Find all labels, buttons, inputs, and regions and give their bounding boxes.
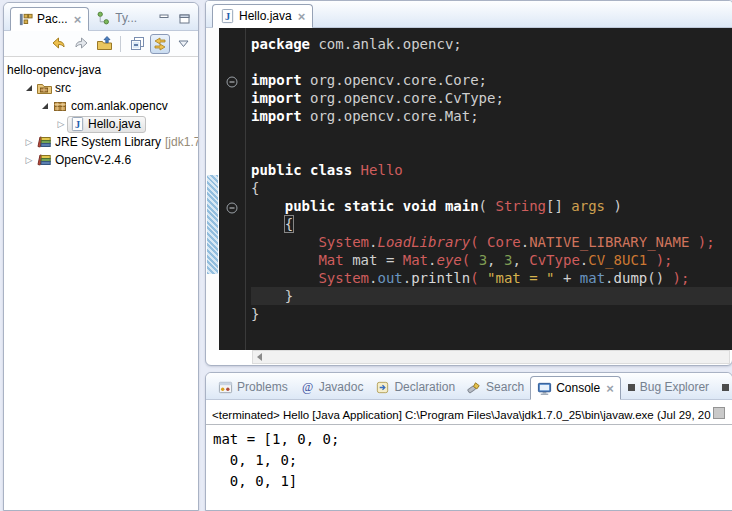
library-icon — [36, 152, 52, 168]
console-output-line: 0, 0, 1] — [213, 471, 732, 492]
tree-item-opencv-2-4-6[interactable]: ▷OpenCV-2.4.6 — [4, 151, 198, 169]
up-icon — [96, 35, 113, 52]
up-button[interactable] — [94, 34, 114, 54]
editor-tab-hello-java[interactable]: JHello.java× — [212, 4, 313, 28]
code-line — [251, 143, 732, 161]
tree-item-label: hello-opencv-java — [7, 63, 101, 77]
editor-vertical-ruler[interactable] — [206, 28, 219, 350]
code-line: { — [251, 215, 732, 233]
eclipse-workbench: Pac...×Ty... hello-opencv-javasrccom.anl… — [0, 0, 732, 511]
tree-item-label: Hello.java — [88, 117, 141, 131]
tree-item-label: src — [55, 81, 71, 95]
code-line: import org.opencv.core.Core; — [251, 71, 732, 89]
forward-button[interactable] — [71, 34, 91, 54]
console-output-line: 0, 1, 0; — [213, 450, 732, 471]
tree-selection: JHello.java — [67, 116, 146, 133]
console-tab-label: Console — [556, 381, 600, 395]
console-panel: Problems@JavadocDeclarationSearchConsole… — [205, 372, 732, 511]
console-tab-label: Javadoc — [319, 380, 364, 394]
console-output-line: mat = [1, 0, 0; — [213, 429, 732, 450]
console-tab-console[interactable]: Console× — [530, 376, 621, 400]
explorer-tab-pac[interactable]: Pac...× — [10, 7, 89, 31]
tree-item-label: com.anlak.opencv — [71, 99, 168, 113]
tree-item-hello-opencv-java[interactable]: hello-opencv-java — [4, 61, 198, 79]
tree-item-src[interactable]: src — [4, 79, 198, 97]
code-line: { — [251, 179, 732, 197]
console-tabs: Problems@JavadocDeclarationSearchConsole… — [212, 375, 732, 399]
javadoc-icon: @ — [300, 380, 315, 395]
expander-closed-icon[interactable]: ▷ — [23, 138, 35, 147]
console-tabbar: Problems@JavadocDeclarationSearchConsole… — [206, 373, 732, 400]
package-explorer-toolbar — [4, 31, 198, 57]
package-icon — [52, 98, 68, 114]
back-button[interactable] — [48, 34, 68, 54]
search-icon — [467, 380, 482, 395]
forward-icon — [73, 35, 90, 52]
code-line: System.LoadLibrary( Core.NATIVE_LIBRARY_… — [251, 233, 732, 251]
link-with-editor-button[interactable] — [150, 34, 170, 54]
range-indicator — [207, 175, 218, 274]
console-tab-label: Bug Explorer — [640, 380, 709, 394]
explorer-tab-label: Pac... — [37, 12, 68, 26]
tree-item-decorator: [jdk1.7.0 — [165, 135, 198, 149]
fold-minus-icon[interactable] — [226, 200, 238, 218]
expander-closed-icon[interactable]: ▷ — [55, 120, 67, 129]
fold-minus-icon[interactable] — [226, 74, 238, 92]
svg-text:J: J — [75, 118, 80, 129]
horizontal-scrollbar[interactable] — [252, 350, 730, 364]
console-tab-declaration[interactable]: Declaration — [369, 375, 461, 399]
svg-text:J: J — [225, 10, 230, 21]
code-line — [251, 53, 732, 71]
svg-text:@: @ — [302, 380, 313, 394]
code-line: package com.anlak.opencv; — [251, 35, 732, 53]
tree-item-hello-java[interactable]: ▷JHello.java — [4, 115, 198, 133]
editor-tab-label: Hello.java — [239, 9, 292, 23]
console-toolbar-icon[interactable] — [713, 407, 725, 419]
console-tab-search[interactable]: Search — [461, 375, 530, 399]
tree-item-label: JRE System Library — [55, 135, 161, 149]
declaration-icon — [375, 380, 390, 395]
editor-tabbar: JHello.java× — [206, 1, 732, 28]
collapse-all-button[interactable] — [127, 34, 147, 54]
close-icon[interactable]: × — [74, 12, 82, 27]
library-icon — [36, 134, 52, 150]
package-explorer-icon — [18, 12, 33, 27]
maximize-icon[interactable] — [179, 14, 190, 24]
close-icon[interactable]: × — [298, 9, 306, 24]
code-line: System.out.println( "mat = " + mat.dump(… — [251, 269, 732, 287]
expander-open-icon[interactable] — [39, 103, 51, 109]
back-icon — [50, 35, 67, 52]
console-tab-javadoc[interactable]: @Javadoc — [294, 375, 370, 399]
scroll-left-icon[interactable] — [257, 353, 262, 361]
java-file-icon: J — [70, 117, 85, 132]
console-tab-label: Search — [486, 380, 524, 394]
code-line: Mat mat = Mat.eye( 3, 3, CvType.CV_8UC1 … — [251, 251, 732, 269]
package-explorer-panel: Pac...×Ty... hello-opencv-javasrccom.anl… — [3, 2, 199, 511]
tree-item-jre-system-library[interactable]: ▷JRE System Library[jdk1.7.0 — [4, 133, 198, 151]
code-line — [251, 125, 732, 143]
view-menu-button[interactable] — [173, 34, 193, 54]
tree-item-com-anlak-opencv[interactable]: com.anlak.opencv — [4, 97, 198, 115]
console-tab-bug-explorer[interactable]: Bug Explorer — [621, 375, 715, 399]
console-tab-label: Problems — [237, 380, 288, 394]
expander-closed-icon[interactable]: ▷ — [23, 156, 35, 165]
project-tree: hello-opencv-javasrccom.anlak.opencv▷JHe… — [4, 57, 198, 169]
minimize-icon[interactable] — [159, 14, 170, 24]
console-tab-bug[interactable]: Bug — [715, 375, 732, 399]
view-window-buttons — [159, 14, 198, 30]
close-icon[interactable]: × — [606, 381, 614, 396]
console-title: <terminated> Hello [Java Application] C:… — [206, 400, 732, 425]
console-icon — [537, 381, 552, 396]
editor-panel: JHello.java× package com.anlak.opencv; i… — [205, 0, 732, 366]
code-area[interactable]: package com.anlak.opencv; import org.ope… — [219, 28, 732, 350]
bug-square-icon — [721, 383, 730, 392]
code-line: import org.opencv.core.CvType; — [251, 89, 732, 107]
view-menu-icon — [178, 40, 189, 48]
explorer-tab-ty[interactable]: Ty... — [89, 6, 144, 30]
code-line: public static void main( String[] args ) — [251, 197, 732, 215]
tree-item-label: OpenCV-2.4.6 — [55, 153, 131, 167]
code-line: import org.opencv.core.Mat; — [251, 107, 732, 125]
expander-open-icon[interactable] — [23, 85, 35, 91]
console-tab-problems[interactable]: Problems — [212, 375, 294, 399]
explorer-tab-label: Ty... — [115, 11, 137, 25]
